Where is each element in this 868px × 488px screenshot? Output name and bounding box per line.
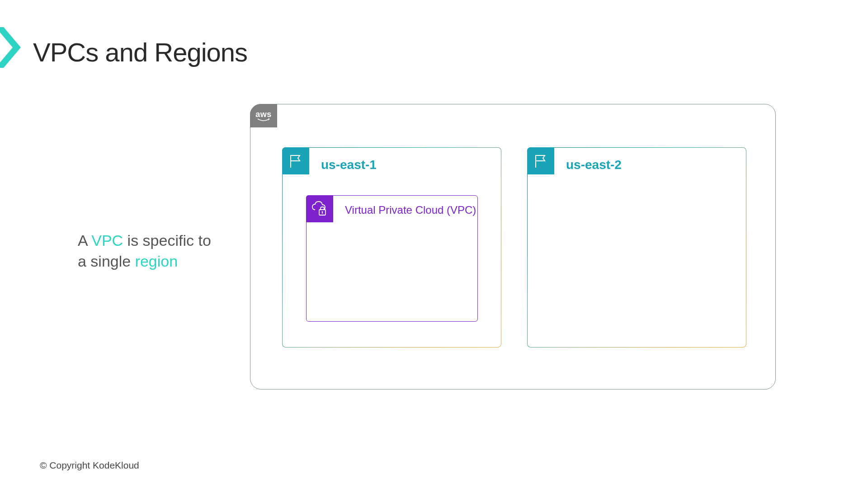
region-badge (527, 147, 554, 174)
copyright-text: © Copyright KodeKloud (40, 460, 139, 471)
region-box-us-east-2: us-east-2 (527, 147, 746, 347)
page-title: VPCs and Regions (33, 37, 247, 67)
chevron-icon (0, 27, 23, 68)
region-label: us-east-1 (321, 158, 377, 172)
aws-cloud-container: aws us-east-1 Vi (250, 104, 776, 389)
desc-vpc-highlight: VPC (91, 232, 123, 249)
desc-region-highlight: region (135, 253, 178, 270)
aws-badge: aws (250, 104, 277, 127)
aws-badge-label: aws (255, 110, 272, 119)
vpc-box: Virtual Private Cloud (VPC) (306, 195, 478, 322)
flag-icon (533, 153, 548, 169)
region-badge (282, 147, 309, 174)
region-label: us-east-2 (566, 158, 622, 172)
aws-smile-icon (257, 118, 270, 122)
region-box-us-east-1: us-east-1 Virtual Private Cloud (VPC) (282, 147, 501, 347)
vpc-badge (306, 195, 333, 222)
desc-prefix: A (78, 232, 91, 249)
flag-icon (288, 153, 303, 169)
vpc-label: Virtual Private Cloud (VPC) (345, 204, 476, 216)
description-text: A VPC is specific to a single region (78, 230, 222, 272)
vpc-cloud-lock-icon (311, 200, 329, 218)
